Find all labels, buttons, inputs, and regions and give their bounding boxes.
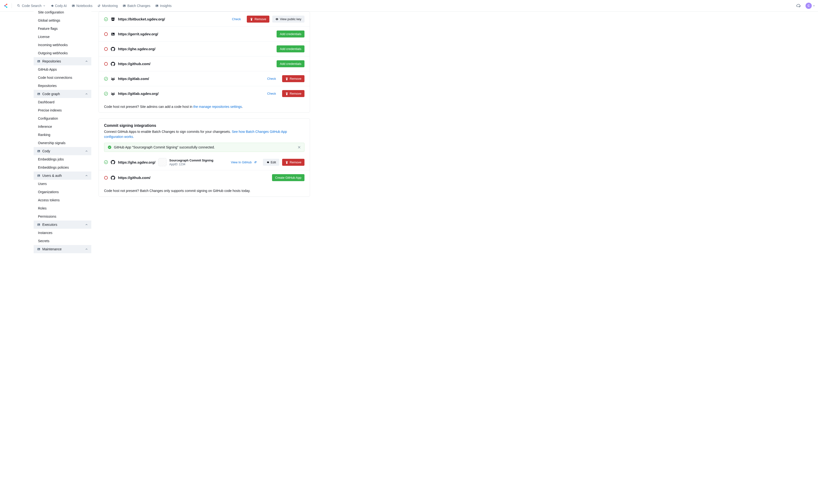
- avatar: C: [806, 3, 812, 9]
- sidebar-item-precise-indexes[interactable]: Precise indexes: [34, 106, 91, 114]
- close-icon[interactable]: [297, 146, 301, 149]
- nav-batch-changes[interactable]: Batch Changes: [120, 2, 153, 9]
- host-url: https://gerrit.sgdev.org/: [118, 32, 158, 36]
- external-icon: [254, 161, 257, 164]
- sidebar-item-global-settings[interactable]: Global settings: [34, 16, 91, 25]
- wrench-icon: [37, 247, 40, 251]
- nav-label: Notebooks: [76, 4, 93, 8]
- remove-button[interactable]: Remove: [282, 159, 304, 166]
- commit-signing-desc: Connect GitHub Apps to enable Batch Chan…: [99, 129, 310, 143]
- app-name: Sourcegraph Commit Signing: [169, 159, 213, 162]
- status-ok-icon: [104, 160, 108, 164]
- add-credentials-button[interactable]: Add credentials: [277, 45, 304, 52]
- github-icon: [111, 47, 115, 51]
- sidebar-item-secrets[interactable]: Secrets: [34, 237, 91, 245]
- create-github-app-button[interactable]: Create GitHub App: [272, 174, 304, 181]
- trash-icon: [250, 18, 253, 21]
- sidebar-group-label: Repositories: [42, 59, 61, 63]
- host-url: https://gitlab.sgdev.org/: [118, 92, 159, 96]
- sidebar-item-code-host-connections[interactable]: Code host connections: [34, 74, 91, 82]
- sidebar-group-executors[interactable]: Executors: [34, 221, 91, 229]
- sidebar-item-embeddings-jobs[interactable]: Embeddings jobs: [34, 155, 91, 163]
- manage-repos-link[interactable]: the manage repositories settings: [193, 105, 242, 109]
- sidebar-item-permissions[interactable]: Permissions: [34, 212, 91, 221]
- sidebar-group-users-auth[interactable]: Users & auth: [34, 172, 91, 180]
- repo-icon: [37, 60, 40, 63]
- sidebar-group-cody[interactable]: Cody: [34, 147, 91, 155]
- success-alert: GitHub App "Sourcegraph Commit Signing" …: [104, 143, 304, 152]
- nav-label: Monitoring: [102, 4, 118, 8]
- nav-insights[interactable]: Insights: [153, 2, 174, 9]
- app-id: AppID: 1234: [169, 163, 213, 166]
- sidebar-item-instances[interactable]: Instances: [34, 229, 91, 237]
- sidebar-item-ranking[interactable]: Ranking: [34, 131, 91, 139]
- view-key-button[interactable]: View public key: [272, 16, 304, 23]
- gerrit-icon: [111, 32, 115, 36]
- nav-label: Batch Changes: [127, 4, 150, 8]
- status-ok-icon: [104, 92, 108, 96]
- sidebar: Site configurationGlobal settingsFeature…: [34, 12, 91, 253]
- bitbucket-icon: [111, 17, 115, 21]
- host-row: https://github.com/Add credentials: [99, 56, 310, 71]
- chevron-up-icon: [85, 174, 88, 177]
- chevron-up-icon: [85, 60, 88, 63]
- add-credentials-button[interactable]: Add credentials: [277, 60, 304, 67]
- remove-button[interactable]: Remove: [282, 90, 304, 97]
- sidebar-item-configuration[interactable]: Configuration: [34, 114, 91, 123]
- edit-button[interactable]: Edit: [263, 159, 279, 166]
- sidebar-group-maintenance[interactable]: Maintenance: [34, 245, 91, 253]
- pulse-icon: [97, 4, 101, 7]
- sidebar-group-label: Maintenance: [42, 247, 62, 251]
- sidebar-item-repositories[interactable]: Repositories: [34, 82, 91, 90]
- chart-icon: [155, 4, 159, 7]
- commit-signing-card: Commit signing integrations Connect GitH…: [99, 118, 310, 197]
- logo[interactable]: [3, 3, 9, 9]
- commit-signing-title: Commit signing integrations: [99, 119, 310, 129]
- sidebar-group-label: Users & auth: [42, 174, 62, 178]
- nav-monitoring[interactable]: Monitoring: [95, 2, 120, 9]
- status-bad-icon: [104, 32, 108, 36]
- sidebar-item-feature-flags[interactable]: Feature flags: [34, 25, 91, 33]
- host-url: https://ghe.sgdev.org/: [118, 160, 155, 164]
- eye-icon: [275, 18, 279, 21]
- host-url: https://ghe.sgdev.org/: [118, 47, 155, 51]
- app-badge: [158, 158, 167, 166]
- remove-button[interactable]: Remove: [247, 16, 269, 23]
- sidebar-item-ownership-signals[interactable]: Ownership signals: [34, 139, 91, 147]
- nav-label: Code Search: [22, 4, 42, 8]
- chevron-up-icon: [85, 92, 88, 95]
- github-icon: [111, 62, 115, 66]
- check-button[interactable]: Check: [264, 90, 279, 97]
- sidebar-group-label: Executors: [42, 223, 57, 227]
- sidebar-item-site-configuration[interactable]: Site configuration: [34, 8, 91, 16]
- trash-icon: [285, 92, 288, 95]
- sidebar-group-repositories[interactable]: Repositories: [34, 57, 91, 65]
- user-menu[interactable]: C: [806, 3, 815, 9]
- sidebar-item-roles[interactable]: Roles: [34, 204, 91, 212]
- sidebar-item-organizations[interactable]: Organizations: [34, 188, 91, 196]
- status-bad-icon: [104, 176, 108, 180]
- sidebar-item-embeddings-policies[interactable]: Embeddings policies: [34, 163, 91, 172]
- sidebar-item-access-tokens[interactable]: Access tokens: [34, 196, 91, 204]
- signing-row: https://ghe.sgdev.org/Sourcegraph Commit…: [99, 154, 310, 170]
- sidebar-item-incoming-webhooks[interactable]: Incoming webhooks: [34, 41, 91, 49]
- status-bad-icon: [104, 47, 108, 51]
- chevron-up-icon: [85, 248, 88, 251]
- sidebar-group-code-graph[interactable]: Code graph: [34, 90, 91, 98]
- remove-button[interactable]: Remove: [282, 75, 304, 82]
- cloud-icon[interactable]: [796, 3, 801, 8]
- host-row: https://gitlab.sgdev.org/CheckRemove: [99, 86, 310, 101]
- add-credentials-button[interactable]: Add credentials: [277, 31, 304, 37]
- sidebar-item-dashboard[interactable]: Dashboard: [34, 98, 91, 106]
- sidebar-item-users[interactable]: Users: [34, 180, 91, 188]
- sidebar-item-github-apps[interactable]: GitHub Apps: [34, 65, 91, 74]
- check-button[interactable]: Check: [264, 75, 279, 82]
- view-in-github-link[interactable]: View In GitHub: [228, 159, 260, 166]
- chevron-down-icon: [813, 5, 815, 7]
- trash-icon: [285, 161, 288, 164]
- notebook-icon: [72, 4, 75, 7]
- sidebar-item-outgoing-webhooks[interactable]: Outgoing webhooks: [34, 49, 91, 57]
- check-button[interactable]: Check: [229, 16, 244, 23]
- sidebar-item-license[interactable]: License: [34, 33, 91, 41]
- sidebar-item-inference[interactable]: Inference: [34, 123, 91, 131]
